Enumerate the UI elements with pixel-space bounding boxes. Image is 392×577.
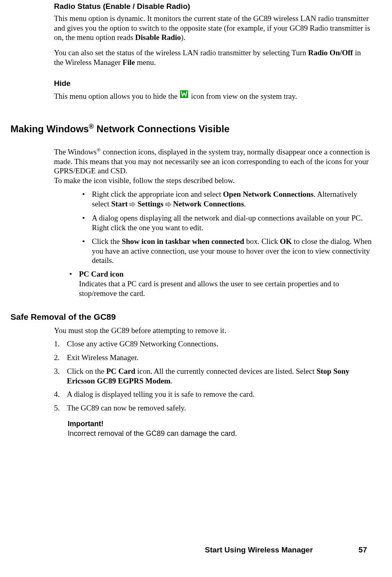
document-page: Radio Status (Enable / Disable Radio) Th…: [0, 0, 392, 577]
text: Exit Wireless Manager.: [67, 353, 139, 362]
text-bold: Network Connections: [173, 200, 244, 208]
numbered-list: Close any active GC89 Networking Connect…: [54, 339, 372, 413]
text-bold: Radio On/Off: [308, 48, 353, 57]
text: menu.: [135, 58, 156, 67]
text: Right click the appropriate icon and sel…: [92, 190, 223, 198]
text: Making Windows: [10, 123, 89, 134]
text: Click the: [92, 237, 122, 246]
text-bold: Show icon in taskbar when connected: [122, 237, 244, 246]
text: The GC89 can now be removed safely.: [67, 404, 186, 412]
text: Click on the: [67, 367, 106, 375]
text: You can also set the status of the wirel…: [54, 48, 308, 57]
heading-safe-removal: Safe Removal of the GC89: [10, 312, 372, 322]
text-bold: Start: [111, 200, 128, 208]
text: A dialog is displayed telling you it is …: [67, 390, 255, 398]
text-bold: PC Card: [106, 367, 135, 375]
text-bold: PC Card icon: [79, 270, 124, 278]
text-bold: Disable Radio: [135, 33, 181, 42]
list-item: PC Card icon Indicates that a PC card is…: [68, 269, 372, 298]
registered-mark: ®: [97, 146, 101, 152]
list-item: Exit Wireless Manager.: [54, 353, 372, 362]
text-bold: OK: [280, 237, 292, 246]
text-bold: Settings: [137, 200, 163, 208]
text: This menu option is dynamic. It monitors…: [54, 14, 370, 42]
page-number: 57: [359, 545, 367, 555]
text: Network Connections Visible: [94, 123, 230, 134]
important-body: Incorrect removal of the GC89 can damage…: [68, 429, 372, 438]
bullet-list: PC Card icon Indicates that a PC card is…: [68, 269, 372, 298]
registered-mark: ®: [89, 123, 93, 130]
list-item: Click on the PC Card icon. All the curre…: [54, 367, 372, 386]
important-title: Important!: [68, 419, 372, 429]
text: box. Click: [244, 237, 280, 246]
list-item: Right click the appropriate icon and sel…: [81, 190, 372, 210]
text: Close any active GC89 Networking Connect…: [67, 340, 218, 348]
heading-radio-status: Radio Status (Enable / Disable Radio): [54, 2, 372, 11]
list-item: A dialog opens displaying all the networ…: [81, 213, 372, 233]
text: This menu option allows you to hide the: [54, 92, 179, 100]
bullet-list: Right click the appropriate icon and sel…: [81, 190, 372, 265]
text: icon from view on the system tray.: [189, 92, 297, 100]
list-item: Close any active GC89 Networking Connect…: [54, 339, 372, 349]
paragraph: This menu option is dynamic. It monitors…: [54, 14, 372, 42]
text: connection icons, displayed in the syste…: [54, 148, 370, 175]
list-item: The GC89 can now be removed safely.: [54, 403, 372, 413]
list-item: Click the Show icon in taskbar when conn…: [81, 237, 372, 265]
wireless-manager-icon: [180, 90, 188, 100]
text: A dialog opens displaying all the networ…: [92, 214, 363, 232]
text: .: [244, 200, 246, 208]
list-item: A dialog is displayed telling you it is …: [54, 390, 372, 399]
paragraph: You can also set the status of the wirel…: [54, 48, 372, 67]
text-bold: Open Network Connections: [223, 190, 314, 198]
text: Indicates that a PC card is present and …: [79, 279, 339, 298]
text: ).: [181, 33, 185, 42]
heading-hide: Hide: [54, 79, 372, 88]
paragraph: This menu option allows you to hide the …: [54, 90, 372, 101]
breadcrumb-arrow-icon: [129, 200, 136, 210]
footer-title: Start Using Wireless Manager: [205, 546, 313, 554]
paragraph: The Windows® connection icons, displayed…: [54, 147, 372, 176]
text: icon. All the currently connected device…: [135, 367, 317, 375]
paragraph: You must stop the GC89 before attempting…: [54, 326, 372, 335]
breadcrumb-arrow-icon: [165, 200, 172, 210]
text-bold: File: [122, 58, 135, 67]
text: .: [170, 377, 172, 385]
page-footer: Start Using Wireless Manager 57: [205, 545, 367, 555]
text: The Windows: [54, 148, 97, 156]
heading-making-visible: Making Windows® Network Connections Visi…: [10, 123, 372, 135]
paragraph: To make the icon visible, follow the ste…: [54, 176, 372, 185]
